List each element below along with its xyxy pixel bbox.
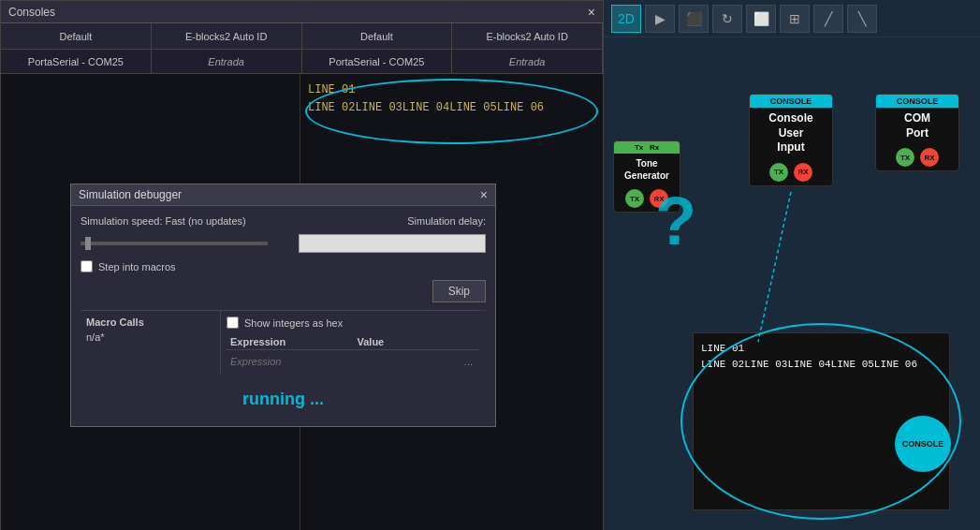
expression-panel: Show integers as hex Expression Value ..… xyxy=(221,311,486,375)
console-user-label-top: CONSOLE xyxy=(750,95,832,108)
sim-speed-slider[interactable] xyxy=(80,242,268,245)
tone-gen-tx-pin: TX xyxy=(625,189,644,208)
tab-portaserial-1[interactable]: PortaSerial - COM25 xyxy=(1,50,152,73)
toolbar-play-button[interactable]: ▶ xyxy=(645,5,675,33)
console-output-line2: LINE 02LINE 03LINE 04LINE 05LINE 06 xyxy=(701,357,942,373)
step-macro-row: Step into macros xyxy=(80,260,486,272)
sim-speed-slider-container xyxy=(80,242,268,245)
com-port-rx-pin: RX xyxy=(920,148,939,167)
expression-dots: ... xyxy=(457,354,480,369)
tab-entrada-1[interactable]: Entrada xyxy=(152,50,302,73)
sim-controls-row xyxy=(80,234,486,253)
tab-default-2[interactable]: Default xyxy=(302,23,453,49)
toolbar-2d-button[interactable]: 2D xyxy=(611,5,641,33)
running-text: running ... xyxy=(80,375,486,417)
step-macro-checkbox[interactable] xyxy=(80,260,93,272)
toolbar-line1-button[interactable]: ╱ xyxy=(813,5,843,33)
svg-line-0 xyxy=(758,192,791,342)
tabs-row-2: PortaSerial - COM25 Entrada PortaSerial … xyxy=(1,50,603,74)
com-port-block[interactable]: CONSOLE COMPort TX RX xyxy=(875,94,959,171)
consoles-close-button[interactable]: × xyxy=(588,6,595,19)
macro-calls-title: Macro Calls xyxy=(86,317,214,328)
sim-dialog-close-button[interactable]: × xyxy=(480,188,488,201)
console-user-tx-pin: TX xyxy=(769,163,788,182)
expression-col-header: Expression xyxy=(227,334,354,349)
console-output-box: LINE 01 LINE 02LINE 03LINE 04LINE 05LINE… xyxy=(693,332,950,510)
sim-speed-label: Simulation speed: Fast (no updates) xyxy=(80,215,246,227)
tab-entrada-2[interactable]: Entrada xyxy=(452,50,603,73)
console-user-rx-pin: RX xyxy=(794,163,812,182)
show-hex-checkbox[interactable] xyxy=(227,317,239,329)
expression-input-row: ... xyxy=(227,354,480,369)
tone-gen-title: ToneGenerator xyxy=(619,154,675,185)
console-user-pins: TX RX xyxy=(764,159,818,185)
sim-dialog-titlebar: Simulation debugger × xyxy=(71,184,495,206)
toolbar: 2D ▶ ⬛ ↻ ⬜ ⊞ ╱ ╲ xyxy=(604,0,980,37)
sim-slider-thumb xyxy=(85,237,91,250)
show-hex-label: Show integers as hex xyxy=(244,317,343,329)
show-hex-row: Show integers as hex xyxy=(227,317,480,329)
console-user-title: ConsoleUserInput xyxy=(763,108,818,159)
sim-delay-bar[interactable] xyxy=(299,234,486,253)
simulation-debugger-dialog: Simulation debugger × Simulation speed: … xyxy=(70,184,496,427)
diagram-canvas: Tx Rx ToneGenerator TX RX CONSOLE Consol… xyxy=(604,37,980,530)
console-line-2: LINE 02LINE 03LINE 04LINE 05LINE 06 xyxy=(308,99,595,117)
sim-delay-label: Simulation delay: xyxy=(407,215,486,227)
toolbar-rotate-button[interactable]: ↻ xyxy=(712,5,742,33)
sim-dialog-title-text: Simulation debugger xyxy=(79,188,182,201)
console-line-1: LINE 01 xyxy=(308,81,595,99)
macro-calls-panel: Macro Calls n/a* xyxy=(80,311,221,375)
sim-speed-row: Simulation speed: Fast (no updates) Simu… xyxy=(80,215,486,227)
tab-eblocks-1[interactable]: E-blocks2 Auto ID xyxy=(152,23,302,49)
tab-default-1[interactable]: Default xyxy=(1,23,152,49)
tab-portaserial-2[interactable]: PortaSerial - COM25 xyxy=(302,50,453,73)
console-user-input-block[interactable]: CONSOLE ConsoleUserInput TX RX xyxy=(749,94,833,186)
step-macro-label: Step into macros xyxy=(98,261,176,272)
tab-eblocks-2[interactable]: E-blocks2 Auto ID xyxy=(452,23,603,49)
console-output-tag: CONSOLE xyxy=(895,416,951,472)
com-port-tx-pin: TX xyxy=(896,148,914,167)
tone-gen-pin-labels: Tx Rx xyxy=(614,141,680,154)
console-output-line1: LINE 01 xyxy=(701,341,942,357)
sim-bottom-panel: Macro Calls n/a* Show integers as hex Ex… xyxy=(80,310,486,375)
expression-input[interactable] xyxy=(227,354,457,369)
diagram-area: 2D ▶ ⬛ ↻ ⬜ ⊞ ╱ ╲ Tx Rx ToneGenerator TX … xyxy=(604,0,980,530)
consoles-title: Consoles xyxy=(8,6,55,19)
toolbar-grid-button[interactable]: ⊞ xyxy=(780,5,810,33)
consoles-panel: Consoles × Default E-blocks2 Auto ID Def… xyxy=(0,0,604,530)
macro-calls-value: n/a* xyxy=(86,331,214,343)
toolbar-stop-button[interactable]: ⬛ xyxy=(679,5,709,33)
console-text-area: LINE 01 LINE 02LINE 03LINE 04LINE 05LINE… xyxy=(300,74,603,125)
tabs-row-1: Default E-blocks2 Auto ID Default E-bloc… xyxy=(1,23,603,50)
com-port-title: COMPort xyxy=(899,108,936,144)
skip-button[interactable]: Skip xyxy=(432,280,486,302)
expression-header: Expression Value xyxy=(227,334,480,350)
question-mark: ? xyxy=(655,183,696,259)
value-col-header: Value xyxy=(354,334,481,349)
consoles-titlebar: Consoles × xyxy=(1,1,603,23)
toolbar-line2-button[interactable]: ╲ xyxy=(847,5,877,33)
com-port-pins: TX RX xyxy=(890,144,944,170)
toolbar-square-button[interactable]: ⬜ xyxy=(746,5,776,33)
com-port-label-top: CONSOLE xyxy=(876,95,958,108)
sim-dialog-body: Simulation speed: Fast (no updates) Simu… xyxy=(71,206,495,426)
